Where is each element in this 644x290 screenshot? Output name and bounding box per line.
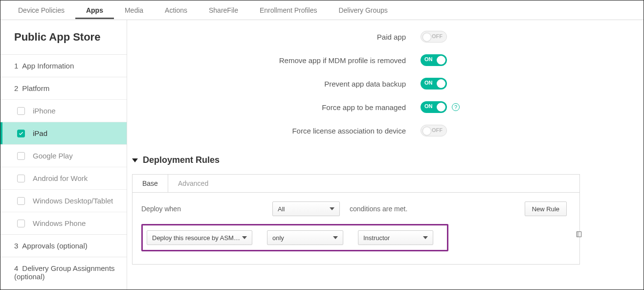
top-nav: Device Policies Apps Media Actions Share… [0, 0, 644, 20]
nav-sharefile[interactable]: ShareFile [198, 1, 249, 19]
conditions-text: conditions are met. [350, 205, 407, 213]
nav-apps[interactable]: Apps [75, 1, 114, 19]
new-rule-button[interactable]: New Rule [525, 201, 567, 216]
toggle-force-managed[interactable]: ON [421, 101, 447, 113]
toggle-paid-app[interactable]: OFF [421, 31, 447, 43]
nav-actions[interactable]: Actions [154, 1, 198, 19]
platform-windows-desktop-tablet[interactable]: Windows Desktop/Tablet [0, 189, 127, 212]
platform-ipad[interactable]: iPad [0, 122, 127, 144]
deployment-rules-panel: Base Advanced Deploy when All conditions… [132, 174, 580, 265]
option-prevent-backup: Prevent app data backup ON [127, 72, 644, 95]
nav-delivery-groups[interactable]: Delivery Groups [328, 1, 398, 19]
svg-rect-0 [577, 232, 581, 237]
tabbar: Base Advanced [133, 175, 579, 193]
deployment-rules-header[interactable]: Deployment Rules [127, 145, 644, 170]
rule-operator-select[interactable]: only [267, 230, 343, 245]
step-delivery-group-assignments[interactable]: 4Delivery Group Assignments (optional) [0, 257, 127, 288]
checkbox-icon[interactable] [17, 175, 25, 182]
main-content: Paid app OFF Remove app if MDM profile i… [127, 20, 644, 290]
chevron-down-icon [423, 236, 428, 239]
help-icon[interactable]: ? [452, 103, 460, 111]
caret-down-icon [132, 158, 138, 162]
conditions-select[interactable]: All [272, 201, 340, 216]
checkbox-icon[interactable] [17, 220, 25, 227]
nav-device-policies[interactable]: Device Policies [7, 1, 75, 19]
option-force-license-device: Force license association to device OFF [127, 119, 644, 142]
rule-value-select[interactable]: Instructor [358, 230, 433, 245]
platform-android-for-work[interactable]: Android for Work [0, 167, 127, 189]
chevron-down-icon [242, 236, 247, 239]
rule-field-select[interactable]: Deploy this resource by ASM… [147, 230, 252, 245]
checkbox-icon[interactable] [17, 197, 25, 205]
step-app-information[interactable]: 1App Information [0, 54, 127, 77]
delete-rule-icon[interactable] [575, 230, 583, 240]
nav-enrollment-profiles[interactable]: Enrollment Profiles [249, 1, 328, 19]
rule-row: Deploy this resource by ASM… only Instru… [141, 224, 448, 251]
toggle-prevent-backup[interactable]: ON [421, 78, 447, 89]
tab-base[interactable]: Base [133, 175, 168, 192]
step-approvals[interactable]: 3Approvals (optional) [0, 234, 127, 257]
tab-advanced[interactable]: Advanced [168, 175, 218, 192]
nav-media[interactable]: Media [114, 1, 154, 19]
checkbox-icon[interactable] [17, 152, 25, 160]
deploy-when-label: Deploy when [141, 205, 263, 213]
option-paid-app: Paid app OFF [127, 25, 644, 48]
step-platform[interactable]: 2Platform [0, 77, 127, 99]
option-force-managed: Force app to be managed ON ? [127, 95, 644, 119]
toggle-force-license-device[interactable]: OFF [421, 125, 447, 136]
toggle-remove-on-mdm-removed[interactable]: ON [421, 54, 447, 66]
platform-windows-phone[interactable]: Windows Phone [0, 212, 127, 234]
platform-google-play[interactable]: Google Play [0, 144, 127, 167]
sidebar-title: Public App Store [0, 20, 127, 54]
tab-base-body: Deploy when All conditions are met. New … [133, 193, 579, 264]
chevron-down-icon [330, 207, 334, 210]
option-remove-on-mdm-removed: Remove app if MDM profile is removed ON [127, 48, 644, 72]
sidebar: Public App Store 1App Information 2Platf… [0, 20, 127, 290]
chevron-down-icon [333, 236, 338, 239]
checkbox-checked-icon[interactable] [17, 130, 25, 137]
platform-iphone[interactable]: iPhone [0, 99, 127, 122]
checkbox-icon[interactable] [17, 107, 25, 115]
